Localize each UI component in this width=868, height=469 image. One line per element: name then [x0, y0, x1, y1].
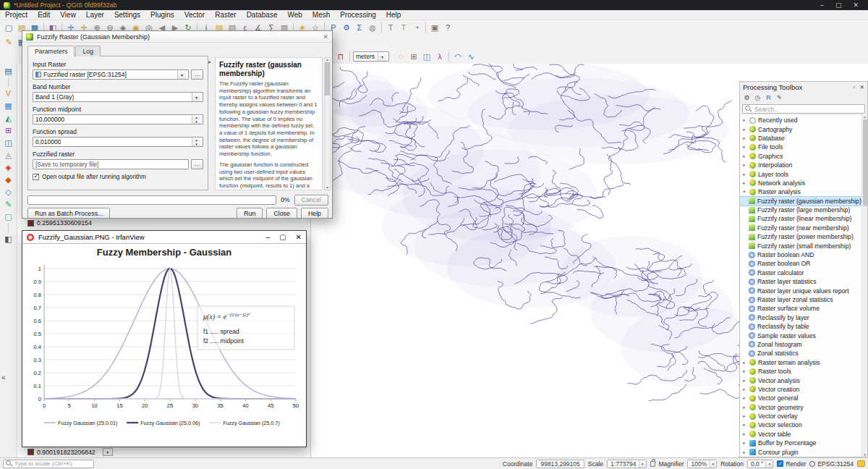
toolbox-item-fuzzify-raster-power-membership[interactable]: Fuzzify raster (power membership) — [740, 232, 867, 241]
toolbox-item-raster-calculator[interactable]: Raster calculator — [740, 269, 867, 277]
toggle-editing-icon[interactable]: ✎ — [2, 35, 15, 48]
add-raster-layer-icon[interactable]: ▦ — [2, 100, 14, 112]
rotation-spinbox[interactable]: 0,0 ° ▾ — [747, 460, 774, 468]
close-button[interactable]: ✕ — [296, 233, 302, 241]
tab-log[interactable]: Log — [75, 46, 101, 56]
add-postgis-layers-icon[interactable]: ◫ — [2, 137, 14, 149]
toolbox-item-raster-analysis[interactable]: ▾Raster analysis — [740, 187, 867, 196]
expand-arrow-icon[interactable]: ▸ — [741, 431, 747, 437]
toolbox-item-file-tools[interactable]: ▸File tools — [740, 143, 867, 151]
layer-diagram-options-icon[interactable]: ◔ — [410, 21, 423, 34]
scroll-up-icon[interactable]: ▲ — [326, 58, 328, 62]
r-scripts-icon[interactable]: R — [764, 93, 773, 103]
toolbox-item-cartography[interactable]: ▸Cartography — [740, 124, 867, 133]
toolbox-item-fuzzify-raster-small-membership[interactable]: Fuzzify raster (small membership) — [740, 241, 867, 250]
expand-arrow-icon[interactable]: ▸ — [741, 386, 747, 392]
toolbox-item-vector-geometry[interactable]: ▸Vector geometry — [740, 403, 867, 412]
expand-arrow-icon[interactable]: ▸ — [741, 127, 747, 132]
toolbox-item-buffer-by-percentage[interactable]: ▸Buffer by Percentage — [740, 439, 867, 447]
toolbox-item-raster-layer-unique-values-report[interactable]: Raster layer unique values report — [740, 286, 867, 295]
toolbox-item-raster-terrain-analysis[interactable]: ▸Raster terrain analysis — [740, 358, 867, 367]
cancel-button[interactable]: Cancel — [294, 195, 328, 206]
menu-vector[interactable]: Vector — [179, 11, 210, 19]
output-raster-field[interactable]: [Save to temporary file] — [33, 159, 189, 169]
run-as-batch-button[interactable]: Run as Batch Process... — [27, 208, 110, 219]
menu-plugins[interactable]: Plugins — [145, 11, 179, 19]
tab-parameters[interactable]: Parameters — [27, 46, 75, 56]
expand-arrow-icon[interactable]: ▸ — [741, 135, 747, 141]
menu-settings[interactable]: Settings — [109, 11, 145, 19]
scrollbar-thumb[interactable] — [325, 62, 330, 96]
scroll-up-icon[interactable]: ▲ — [863, 115, 866, 119]
output-raster-browse-button[interactable]: … — [191, 159, 203, 169]
new-map-view-icon[interactable]: ▣ — [428, 21, 441, 34]
menu-raster[interactable]: Raster — [210, 11, 241, 19]
expand-arrow-icon[interactable]: ▸ — [741, 413, 747, 419]
processing-toolbox-icon[interactable]: ⚙ — [340, 21, 353, 34]
expand-arrow-icon[interactable]: ▸ — [741, 162, 747, 168]
toolbox-item-reclassify-by-table[interactable]: Reclassify by table — [740, 322, 867, 331]
expand-arrow-icon[interactable]: ▸ — [741, 180, 747, 186]
toolbox-item-fuzzify-raster-large-membership[interactable]: Fuzzify raster (large membership) — [740, 206, 867, 214]
input-raster-combo[interactable]: Fuzzified raster [EPSG:31254] ▾ — [33, 69, 189, 80]
toolbox-item-reclassify-by-layer[interactable]: Reclassify by layer — [740, 313, 867, 322]
collapse-arrow-icon[interactable]: ▾ — [741, 189, 747, 195]
new-geopackage-layer-icon[interactable]: ▢ — [2, 211, 14, 223]
menu-project[interactable]: Project — [0, 11, 33, 19]
toolbox-item-raster-boolean-and[interactable]: Raster boolean AND — [740, 250, 867, 259]
toolbox-item-layer-tools[interactable]: ▸Layer tools — [740, 169, 867, 178]
models-icon[interactable]: ⚙ — [742, 93, 752, 103]
snapping-toggle-icon[interactable]: ⊓ — [334, 50, 347, 63]
scale-combo[interactable]: 1:773794 ▾ — [607, 460, 646, 468]
expand-arrow-icon[interactable]: ▸ — [741, 449, 747, 455]
maximize-button[interactable]: ▢ — [279, 233, 286, 241]
toolbox-item-vector-selection[interactable]: ▸Vector selection — [740, 421, 867, 429]
band-number-combo[interactable]: Band 1 (Gray) ▾ — [33, 92, 203, 102]
add-wms-layer-icon[interactable]: ◈ — [2, 161, 14, 174]
collapse-panel-icon[interactable]: « — [1, 373, 6, 381]
expand-arrow-icon[interactable]: ▸ — [741, 172, 747, 177]
add-wfs-layer-icon[interactable]: ◇ — [2, 186, 14, 198]
toolbox-item-raster-layer-statistics[interactable]: Raster layer statistics — [740, 277, 867, 286]
enable-tracing-icon[interactable]: λ — [433, 50, 446, 63]
toolbox-item-vector-overlay[interactable]: ▸Vector overlay — [740, 412, 867, 421]
scroll-down-icon[interactable]: ▼ — [326, 186, 328, 190]
history-icon[interactable]: ◷ — [753, 93, 762, 103]
toolbox-item-fuzzify-raster-linear-membership[interactable]: Fuzzify raster (linear membership) — [740, 214, 867, 223]
menu-web[interactable]: Web — [282, 11, 307, 19]
expand-arrow-icon[interactable]: ▸ — [741, 440, 747, 446]
irfanview-titlebar[interactable]: Fuzzify_Gaussian.PNG - IrfanView – ▢ ✕ — [22, 231, 306, 244]
digitize-with-curve-icon[interactable]: ◠ — [451, 50, 464, 63]
style-dock-icon[interactable]: ◧ — [2, 233, 14, 245]
expand-arrow-icon[interactable]: ▸ — [741, 360, 747, 366]
menu-processing[interactable]: Processing — [335, 11, 380, 19]
spin-down-icon[interactable]: ▾ — [192, 142, 200, 146]
menu-view[interactable]: View — [55, 11, 81, 19]
expand-arrow-icon[interactable]: ▸ — [741, 405, 747, 410]
toolbox-item-vector-creation[interactable]: ▸Vector creation — [740, 385, 867, 394]
collapse-help-icon[interactable]: ▸ — [208, 59, 211, 65]
layer-legend-item[interactable]: 0.25951330609154 — [27, 219, 92, 227]
expand-arrow-icon[interactable]: ▸ — [741, 422, 747, 428]
run-button[interactable]: Run — [237, 208, 263, 219]
expand-arrow-icon[interactable]: ▸ — [741, 153, 747, 159]
menu-mesh[interactable]: Mesh — [307, 11, 335, 19]
edit-scripts-icon[interactable]: ✎ — [775, 93, 784, 103]
input-raster-browse-button[interactable]: … — [191, 69, 203, 80]
add-delimited-text-layer-icon[interactable]: ⊞ — [2, 124, 14, 137]
menu-edit[interactable]: Edit — [33, 11, 55, 19]
locate-search-input[interactable]: Type to locate (Ctrl+K) — [3, 460, 94, 468]
open-output-checkbox[interactable]: Open output file after running algorithm — [33, 173, 203, 180]
minimize-button[interactable]: – — [820, 1, 824, 9]
expand-arrow-icon[interactable]: ▸ — [741, 395, 747, 401]
toolbox-item-vector-analysis[interactable]: ▸Vector analysis — [740, 376, 867, 384]
help-contents-icon[interactable]: ? — [441, 21, 454, 34]
maximize-button[interactable]: ▢ — [835, 1, 842, 9]
toolbox-item-fuzzify-raster-near-membership[interactable]: Fuzzify raster (near membership) — [740, 224, 867, 232]
crs-status[interactable]: EPSG:31254 — [809, 460, 854, 468]
expand-arrow-icon[interactable]: ▸ — [741, 117, 747, 123]
expand-arrow-icon[interactable]: ▸ — [741, 144, 747, 150]
toolbox-item-zonal-statistics[interactable]: Zonal statistics — [740, 349, 867, 358]
toolbox-item-sample-raster-values[interactable]: Sample raster values — [740, 331, 867, 339]
topological-editing-icon[interactable]: ⊞ — [407, 50, 420, 63]
